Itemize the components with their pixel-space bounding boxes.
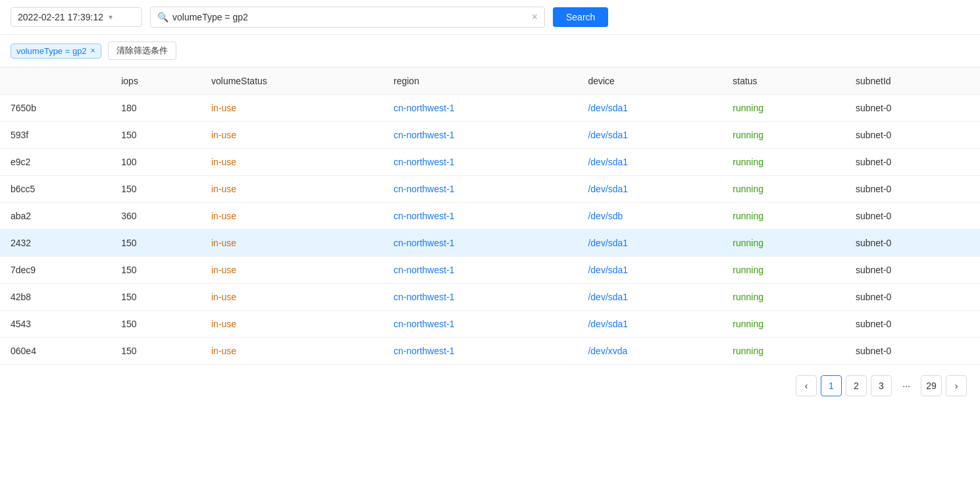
table-body: 7650b180in-usecn-northwest-1/dev/sda1run… [0, 95, 980, 365]
pagination-page-3-button[interactable]: 3 [871, 375, 892, 396]
filter-bar: volumeType = gp2 × 清除筛选条件 [0, 35, 980, 67]
table-row[interactable]: 42b8150in-usecn-northwest-1/dev/sda1runn… [0, 284, 980, 311]
col-volumeStatus: volumeStatus [201, 68, 383, 95]
table-row[interactable]: 7dec9150in-usecn-northwest-1/dev/sda1run… [0, 257, 980, 284]
table-row[interactable]: 7650b180in-usecn-northwest-1/dev/sda1run… [0, 95, 980, 122]
table-header-row: iops volumeStatus region device status s… [0, 68, 980, 95]
search-bar: 🔍 × [150, 7, 545, 28]
pagination-page-1-button[interactable]: 1 [821, 375, 842, 396]
search-button[interactable]: Search [553, 7, 608, 27]
table-row[interactable]: 4543150in-usecn-northwest-1/dev/sda1runn… [0, 311, 980, 338]
search-icon: 🔍 [157, 12, 168, 22]
active-filter-tag: volumeType = gp2 × [11, 43, 101, 59]
table-row[interactable]: 593f150in-usecn-northwest-1/dev/sda1runn… [0, 122, 980, 149]
col-subnetId: subnetId [845, 68, 980, 95]
pagination-page-2-button[interactable]: 2 [846, 375, 867, 396]
table-row[interactable]: 2432150in-usecn-northwest-1/dev/sda1runn… [0, 230, 980, 257]
col-device: device [577, 68, 722, 95]
pagination-last-page-button[interactable]: 29 [921, 375, 942, 396]
clear-search-button[interactable]: × [532, 11, 538, 23]
pagination-next-button[interactable]: › [946, 375, 967, 396]
chevron-down-icon: ▾ [109, 13, 113, 22]
col-iops: iops [111, 68, 201, 95]
table-container: iops volumeStatus region device status s… [0, 67, 980, 365]
table-row[interactable]: 060e4150in-usecn-northwest-1/dev/xvdarun… [0, 338, 980, 365]
table-row[interactable]: aba2360in-usecn-northwest-1/dev/sdbrunni… [0, 203, 980, 230]
top-bar: 2022-02-21 17:39:12 ▾ 🔍 × Search [0, 0, 980, 35]
pagination: ‹ 1 2 3 ··· 29 › [0, 365, 980, 407]
pagination-ellipsis: ··· [896, 375, 917, 396]
filter-tag-close-button[interactable]: × [91, 46, 95, 55]
table-row[interactable]: e9c2100in-usecn-northwest-1/dev/sda1runn… [0, 149, 980, 176]
datetime-value: 2022-02-21 17:39:12 [18, 12, 103, 22]
search-input[interactable] [172, 12, 528, 22]
table-row[interactable]: b6cc5150in-usecn-northwest-1/dev/sda1run… [0, 176, 980, 203]
col-id [0, 68, 111, 95]
filter-tag-label: volumeType = gp2 [16, 46, 87, 56]
datetime-picker[interactable]: 2022-02-21 17:39:12 ▾ [11, 7, 142, 27]
pagination-prev-button[interactable]: ‹ [796, 375, 817, 396]
col-region: region [383, 68, 577, 95]
data-table: iops volumeStatus region device status s… [0, 67, 980, 365]
col-status: status [722, 68, 845, 95]
clear-filters-button[interactable]: 清除筛选条件 [108, 41, 176, 60]
